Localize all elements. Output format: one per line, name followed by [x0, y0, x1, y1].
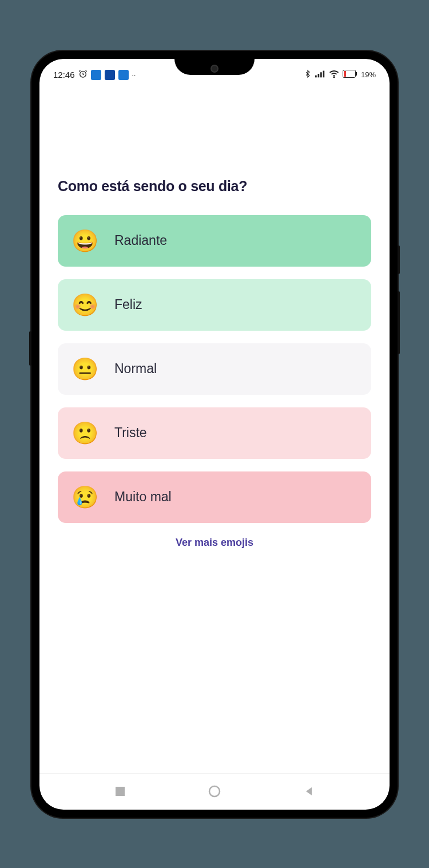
svg-point-10	[209, 786, 220, 796]
svg-rect-7	[344, 71, 346, 77]
signal-icon	[315, 70, 325, 80]
mood-option-triste[interactable]: 🙁 Triste	[58, 407, 371, 459]
mood-label: Radiante	[114, 233, 167, 248]
neutral-emoji-icon: 😐	[72, 358, 98, 380]
app-notification-icon	[105, 70, 115, 80]
mood-label: Normal	[114, 361, 157, 376]
see-more-emojis-link[interactable]: Ver mais emojis	[58, 537, 371, 549]
mood-label: Triste	[114, 425, 147, 441]
svg-rect-8	[356, 72, 357, 76]
phone-frame: 12:46 ··	[31, 51, 398, 818]
notch	[174, 59, 255, 75]
svg-rect-1	[315, 76, 317, 78]
mood-option-feliz[interactable]: 😊 Feliz	[58, 279, 371, 331]
battery-percentage: 19%	[361, 70, 376, 79]
back-button[interactable]	[304, 786, 314, 796]
svg-rect-4	[323, 71, 324, 78]
home-button[interactable]	[208, 785, 221, 798]
mood-label: Muito mal	[114, 489, 172, 505]
svg-rect-3	[320, 72, 322, 77]
mood-label: Feliz	[114, 297, 142, 312]
grinning-emoji-icon: 😀	[72, 230, 98, 252]
status-time: 12:46	[53, 70, 75, 80]
mood-option-radiante[interactable]: 😀 Radiante	[58, 215, 371, 267]
alarm-icon	[78, 69, 88, 80]
content-area: Como está sendo o seu dia? 😀 Radiante 😊 …	[39, 86, 390, 773]
more-notifications-icon: ··	[132, 71, 136, 79]
crying-emoji-icon: 😢	[72, 486, 98, 508]
svg-rect-9	[116, 787, 125, 796]
app-notification-icon	[118, 70, 129, 80]
volume-button	[398, 245, 400, 274]
question-title: Como está sendo o seu dia?	[58, 178, 371, 195]
mood-option-muito-mal[interactable]: 😢 Muito mal	[58, 471, 371, 523]
wifi-icon	[329, 70, 339, 80]
smiling-emoji-icon: 😊	[72, 294, 98, 316]
svg-rect-2	[317, 74, 319, 77]
app-notification-icon	[91, 70, 101, 80]
mood-option-normal[interactable]: 😐 Normal	[58, 343, 371, 395]
phone-screen: 12:46 ··	[39, 59, 390, 810]
front-camera	[210, 65, 219, 73]
recent-apps-button[interactable]	[115, 786, 125, 796]
status-right: 19%	[304, 69, 376, 80]
bluetooth-icon	[304, 69, 312, 80]
battery-icon	[343, 70, 357, 80]
power-button	[398, 291, 400, 354]
svg-point-5	[333, 77, 335, 78]
side-button-left	[29, 331, 31, 366]
navigation-bar	[39, 773, 390, 810]
status-left: 12:46 ··	[53, 69, 136, 80]
frowning-emoji-icon: 🙁	[72, 422, 98, 444]
